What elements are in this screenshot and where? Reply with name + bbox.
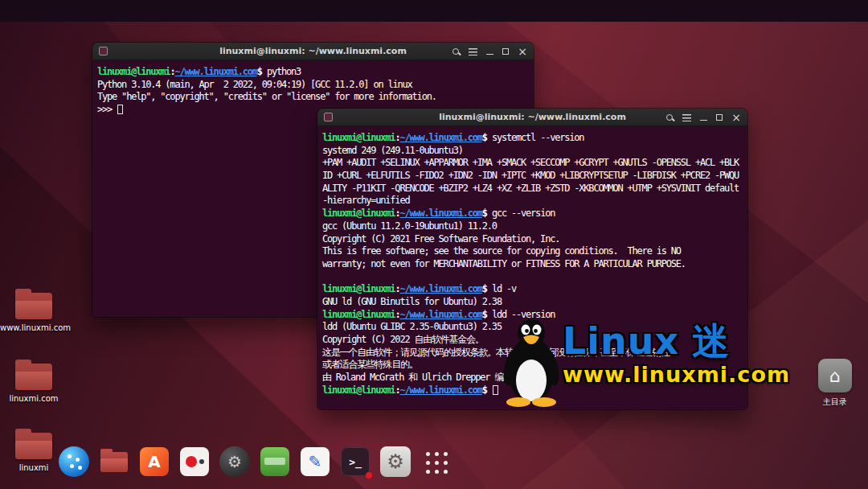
prompt-path: ~/www.linuxmi.com <box>399 384 481 396</box>
home-icon: ⌂ <box>818 359 852 392</box>
output-text: GNU ld (GNU Binutils for Ubuntu) 2.38 <box>322 296 502 307</box>
desktop-icon-home[interactable]: ⌂ 主目录 <box>813 359 857 408</box>
terminal-line: linuxmi@linuxmi:~/www.linuxmi.com$ <box>322 384 743 397</box>
dock-files-app[interactable] <box>98 446 130 478</box>
prompt-user: linuxmi@linuxmi <box>322 309 395 320</box>
minimize-icon[interactable] <box>700 114 707 121</box>
desktop-icon-label: linuxmi.com <box>5 394 63 403</box>
menu-icon[interactable] <box>682 114 691 121</box>
terminal-line <box>322 271 743 284</box>
prompt-user: linuxmi@linuxmi <box>97 66 170 77</box>
search-icon[interactable] <box>666 114 674 121</box>
output-text: Copyright (C) 2022 自由软件基金会。 <box>322 334 484 345</box>
terminal-line: ALITY -P11KIT -QRENCODE +BZIP2 +LZ4 +XZ … <box>322 183 743 195</box>
desktop-icon-linuxmi[interactable]: linuxmi <box>5 428 63 472</box>
output-text: 或者适合某些特殊目的。 <box>322 359 418 370</box>
prompt-separator: $ <box>482 309 492 320</box>
output-text: ALITY -P11KIT -QRENCODE +BZIP2 +LZ4 +XZ … <box>322 183 739 194</box>
terminal-line: warranty; not even for MERCHANTABILITY o… <box>322 258 743 271</box>
blue-sphere-icon <box>59 446 89 477</box>
desktop-icon-linuxmi-com[interactable]: linuxmi.com <box>5 359 63 403</box>
dock: A ⚙ ✎ >_ ⚙ <box>58 446 452 478</box>
terminal-line: Copyright (C) 2022 自由软件基金会。 <box>322 334 743 347</box>
terminal-app-icon <box>324 113 333 121</box>
app-grid-dots <box>426 452 430 456</box>
command-text: systemctl --version <box>492 132 583 143</box>
dock-text-editor-app[interactable]: ✎ <box>299 446 331 478</box>
output-text: warranty; not even for MERCHANTABILITY o… <box>322 258 686 269</box>
dock-green-box-app[interactable] <box>259 446 291 478</box>
window-controls: × <box>666 109 741 126</box>
command-text: gcc --version <box>492 208 555 219</box>
output-text: gcc (Ubuntu 11.2.0-19ubuntu1) 11.2.0 <box>322 220 497 232</box>
terminal-line: linuxmi@linuxmi:~/www.linuxmi.com$ ld -v <box>322 283 743 296</box>
dock-blue-sphere-app[interactable] <box>58 446 90 478</box>
prompt-path: ~/www.linuxmi.com <box>174 66 256 77</box>
output-text: This is free software; see the source fo… <box>322 245 681 257</box>
recorder-icon <box>180 447 209 476</box>
titlebar[interactable]: linuxmi@linuxmi: ~/www.linuxmi.com × <box>92 43 534 60</box>
output-text: ID +CURL +ELFUTILS -FIDO2 +IDN2 -IDN +IP… <box>322 170 739 181</box>
command-text: ld -v <box>492 283 516 294</box>
desktop: linuxmi@linuxmi: ~/www.linuxmi.com × lin… <box>0 0 868 489</box>
terminal-line: -hierarchy=unified <box>322 195 743 208</box>
terminal-line: ldd (Ubuntu GLIBC 2.35-0ubuntu3) 2.35 <box>322 321 743 334</box>
output-text: 这是一个自由软件；请见源代码的授权条款。本软件不含任何没有担保；甚至不保证适销性 <box>322 347 669 358</box>
prompt-path: ~/www.linuxmi.com <box>399 208 481 219</box>
terminal-line: linuxmi@linuxmi:~/www.linuxmi.com$ ldd -… <box>322 309 743 322</box>
close-icon[interactable]: × <box>518 47 527 55</box>
notification-badge <box>366 472 372 479</box>
prompt-path: ~/www.linuxmi.com <box>399 309 481 320</box>
dock-dark-gear-app[interactable]: ⚙ <box>219 446 251 478</box>
dock-settings-app[interactable]: ⚙ <box>379 446 411 478</box>
output-text: Type "help", "copyright", "credits" or "… <box>97 91 436 102</box>
terminal-line: ID +CURL +ELFUTILS -FIDO2 +IDN2 -IDN +IP… <box>322 170 743 183</box>
terminal-window-versions[interactable]: linuxmi@linuxmi: ~/www.linuxmi.com × lin… <box>317 109 747 409</box>
terminal-icon: >_ <box>341 447 370 476</box>
maximize-icon[interactable] <box>716 114 723 121</box>
terminal-line: Copyright (C) 2021 Free Software Foundat… <box>322 233 743 246</box>
command-text: ldd --version <box>492 309 555 320</box>
gear-icon: ⚙ <box>219 446 250 477</box>
desktop-icon-label: 主目录 <box>813 397 857 408</box>
green-box-icon <box>260 447 289 476</box>
output-text: ldd (Ubuntu GLIBC 2.35-0ubuntu3) 2.35 <box>322 321 502 332</box>
command-text: python3 <box>267 66 301 77</box>
titlebar[interactable]: linuxmi@linuxmi: ~/www.linuxmi.com × <box>317 109 747 126</box>
letter-a-icon: A <box>140 447 169 476</box>
prompt-separator: $ <box>482 132 492 143</box>
terminal-line: linuxmi@linuxmi:~/www.linuxmi.com$ gcc -… <box>322 208 743 220</box>
prompt-separator: $ <box>482 384 492 396</box>
terminal-cursor <box>117 105 123 114</box>
output-text: systemd 249 (249.11-0ubuntu3) <box>322 145 463 156</box>
prompt-user: linuxmi@linuxmi <box>322 283 395 294</box>
terminal-line: +PAM +AUDIT +SELINUX +APPARMOR +IMA +SMA… <box>322 157 743 170</box>
terminal-line: linuxmi@linuxmi:~/www.linuxmi.com$ pytho… <box>97 66 529 79</box>
pencil-icon: ✎ <box>301 447 330 476</box>
files-folder-icon <box>100 452 128 472</box>
maximize-icon[interactable] <box>502 48 509 55</box>
gear-icon: ⚙ <box>380 446 411 477</box>
desktop-icon-label: www.linuxmi.com <box>0 323 68 332</box>
terminal-line: linuxmi@linuxmi:~/www.linuxmi.com$ syste… <box>322 132 743 145</box>
desktop-icon-www-linuxmi-com[interactable]: www.linuxmi.com <box>0 288 68 332</box>
output-text: >>> <box>97 104 117 115</box>
app-grid-icon <box>422 448 449 475</box>
dock-show-apps[interactable] <box>420 446 452 478</box>
dock-a-letter-app[interactable]: A <box>138 446 170 478</box>
terminal-line: Type "help", "copyright", "credits" or "… <box>97 91 529 104</box>
output-text: Copyright (C) 2021 Free Software Foundat… <box>322 233 559 244</box>
desktop-icon-label: linuxmi <box>5 463 63 472</box>
terminal-line: 这是一个自由软件；请见源代码的授权条款。本软件不含任何没有担保；甚至不保证适销性 <box>322 347 743 360</box>
search-icon[interactable] <box>452 48 460 55</box>
close-icon[interactable]: × <box>731 113 741 121</box>
dock-recorder-app[interactable] <box>178 446 211 478</box>
menu-icon[interactable] <box>469 48 477 55</box>
terminal-app-icon <box>99 47 108 55</box>
minimize-icon[interactable] <box>486 48 493 55</box>
dock-terminal-app[interactable]: >_ <box>339 446 371 478</box>
terminal-content[interactable]: linuxmi@linuxmi:~/www.linuxmi.com$ syste… <box>317 126 747 409</box>
terminal-line: 由 Roland McGrath 和 Ulrich Drepper 编写。 <box>322 372 743 384</box>
prompt-separator: $ <box>257 66 267 77</box>
folder-icon <box>15 293 52 319</box>
